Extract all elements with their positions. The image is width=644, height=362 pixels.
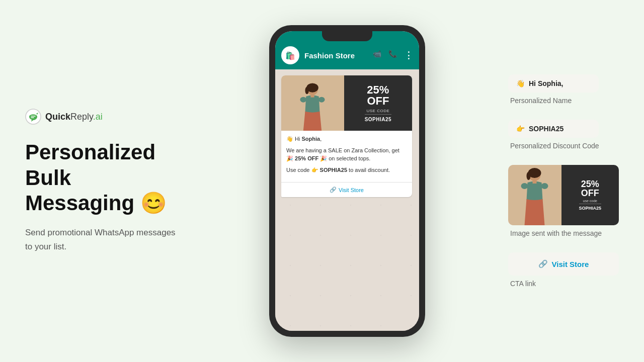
discount-code-label: Personalized Discount Code [508,142,629,150]
wave-emoji: 👋 [516,79,525,87]
cta-link-icon: 🔗 [538,259,548,268]
svg-point-6 [318,97,325,103]
cta-link-label: CTA link [508,280,629,288]
center-panel: 🛍️ Fashion Store 📹 📞 ⋮ [201,0,493,362]
svg-rect-7 [311,95,314,97]
mini-model-photo [508,165,561,225]
cta-badge-text: Visit Store [552,260,589,268]
feature-image: 25% OFF use code SOPHIA25 Image sent wit… [508,165,629,237]
name-badge: 👋 Hi Sophia, [508,74,599,93]
mini-use-label: use code [583,199,597,203]
finger-emoji: 👉 [516,125,525,133]
svg-rect-14 [533,180,537,184]
header-icons: 📹 📞 ⋮ [373,50,413,61]
feature-cta: 🔗 Visit Store CTA link [508,252,629,288]
bubble-cta[interactable]: 🔗 Visit Store [281,182,412,197]
mini-code: SOPHIA25 [579,204,602,211]
svg-point-13 [541,183,548,189]
discount-off: OFF [367,96,389,107]
cta-external-icon: 🔗 [330,187,337,193]
more-icon[interactable]: ⋮ [404,50,413,61]
hi-emoji: 👋 Hi [286,136,302,142]
discount-badge: 👉 SOPHIA25 [508,120,599,138]
subtext: Send promotional WhatsApp messages to yo… [25,226,176,253]
discount-use-code-label: use code [366,109,389,113]
svg-point-11 [527,172,531,180]
bubble-text: 👋 Hi Sophia, We are having a SALE on Zar… [281,131,412,182]
name-badge-text: Hi Sophia, [529,79,563,87]
message-bubble: 25% OFF use code SOPHIA25 👋 Hi Sophia, W… [281,75,412,197]
left-panel: QuickReply.ai Personalized Bulk Messagin… [0,0,201,362]
model-photo [281,75,344,131]
svg-point-12 [521,183,528,189]
mini-model-svg [508,165,561,225]
feature-personalized-name: 👋 Hi Sophia, Personalized Name [508,74,629,105]
discount-pct: 25% [367,84,389,96]
mini-off: OFF [581,189,599,198]
personalized-name-label: Personalized Name [508,97,629,105]
code-line: Use code 👉 SOPHIA25 to avail discount. [286,166,407,174]
mini-image-badge: 25% OFF use code SOPHIA25 [508,165,619,225]
mini-pct: 25% [581,179,599,189]
headline: Personalized Bulk Messaging 😊 [25,140,176,216]
phone-screen: 🛍️ Fashion Store 📹 📞 ⋮ [275,31,419,331]
discount-overlay: 25% OFF use code SOPHIA25 [344,75,412,131]
hi-line: 👋 Hi Sophia, [286,135,407,143]
svg-point-4 [305,87,309,95]
right-panel: 👋 Hi Sophia, Personalized Name 👉 SOPHIA2… [493,0,644,362]
phone-notch [322,31,372,41]
quickreply-logo-icon [25,109,41,125]
logo-text: QuickReply.ai [45,112,103,122]
feature-discount-code: 👉 SOPHIA25 Personalized Discount Code [508,120,629,150]
cta-label: Visit Store [339,187,364,193]
discount-code: SOPHIA25 [365,114,391,122]
sale-line: We are having a SALE on Zara Collection,… [286,146,407,163]
video-icon[interactable]: 📹 [373,50,381,61]
model-figure-svg [292,80,333,131]
call-icon[interactable]: 📞 [388,50,397,61]
image-label: Image sent with the message [508,229,629,237]
whatsapp-chat: 25% OFF use code SOPHIA25 👋 Hi Sophia, W… [275,69,419,331]
logo: QuickReply.ai [25,109,176,125]
cta-badge[interactable]: 🔗 Visit Store [508,252,619,276]
sophia-name: Sophia [302,136,320,142]
store-name: Fashion Store [304,51,368,60]
store-avatar: 🛍️ [281,46,299,64]
bubble-image: 25% OFF use code SOPHIA25 [281,75,412,131]
mini-discount-overlay: 25% OFF use code SOPHIA25 [561,165,619,225]
discount-badge-text: SOPHIA25 [529,125,564,133]
svg-point-5 [300,97,307,103]
phone-shell: 🛍️ Fashion Store 📹 📞 ⋮ [269,25,425,337]
